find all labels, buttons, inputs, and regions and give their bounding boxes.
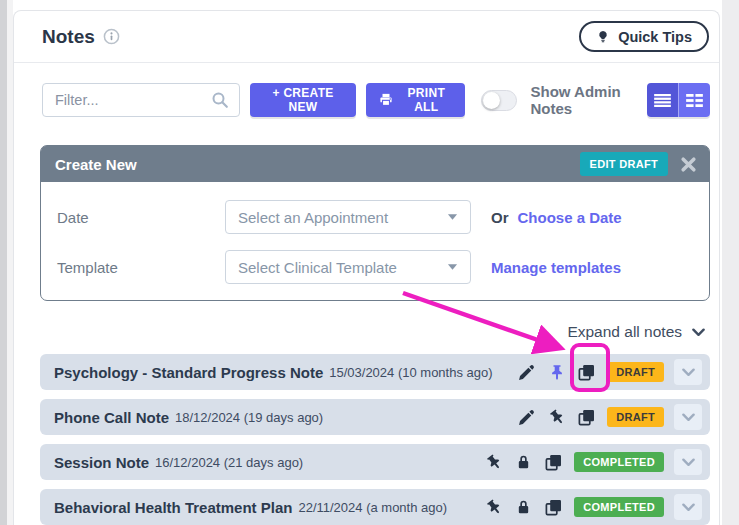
note-actions	[485, 454, 562, 471]
pin-icon[interactable]	[548, 364, 565, 381]
edit-draft-button[interactable]: EDIT DRAFT	[580, 152, 668, 176]
create-new-panel-header: Create New EDIT DRAFT	[41, 146, 709, 182]
template-row: Template Select Clinical Template Manage…	[57, 250, 695, 284]
note-date: 22/11/2024 (a month ago)	[298, 500, 447, 515]
note-title: Session Note	[54, 454, 149, 471]
chevron-down-icon	[682, 413, 695, 422]
show-admin-notes-toggle[interactable]	[481, 90, 517, 111]
status-badge: DRAFT	[607, 407, 664, 427]
note-actions	[518, 409, 595, 426]
chevron-down-icon	[682, 503, 695, 512]
status-badge: DRAFT	[607, 362, 664, 382]
note-expand-button[interactable]	[674, 404, 702, 430]
lock-icon[interactable]	[515, 499, 532, 516]
note-row[interactable]: Phone Call Note 18/12/2024 (19 days ago)…	[40, 399, 710, 435]
close-icon[interactable]	[680, 156, 697, 173]
notes-page: Notes Quick Tips + CREATE NEW PRINT ALL	[0, 0, 739, 525]
template-label: Template	[57, 259, 225, 276]
note-title: Psychology - Standard Progress Note	[54, 364, 323, 381]
pin-icon[interactable]	[485, 499, 502, 516]
template-select-value: Select Clinical Template	[238, 259, 397, 276]
status-badge: COMPLETED	[574, 497, 664, 517]
note-date: 15/03/2024 (10 months ago)	[329, 365, 492, 380]
lock-icon[interactable]	[515, 454, 532, 471]
print-all-label: PRINT ALL	[400, 86, 452, 114]
note-expand-button[interactable]	[674, 449, 702, 475]
caret-down-icon	[447, 263, 458, 271]
note-actions	[518, 364, 595, 381]
note-row[interactable]: Psychology - Standard Progress Note 15/0…	[40, 354, 710, 390]
note-actions	[485, 499, 562, 516]
note-date: 16/12/2024 (21 days ago)	[155, 455, 303, 470]
list-view-icon	[654, 94, 671, 107]
note-row[interactable]: Behavioral Health Treatment Plan 22/11/2…	[40, 489, 710, 525]
appointment-select[interactable]: Select an Appointment	[225, 200, 471, 234]
show-admin-notes-label: Show Admin Notes	[530, 83, 646, 117]
notes-card: Notes Quick Tips + CREATE NEW PRINT ALL	[13, 10, 720, 525]
note-list: Psychology - Standard Progress Note 15/0…	[40, 354, 710, 525]
choose-a-date-link[interactable]: Choose a Date	[518, 209, 622, 226]
note-row[interactable]: Session Note 16/12/2024 (21 days ago) CO…	[40, 444, 710, 480]
quick-tips-button[interactable]: Quick Tips	[579, 21, 709, 52]
copy-icon[interactable]	[545, 499, 562, 516]
search-icon	[211, 91, 229, 109]
date-alternative: Or Choose a Date	[491, 209, 622, 226]
create-new-button[interactable]: + CREATE NEW	[250, 83, 356, 117]
filter-input[interactable]	[55, 92, 211, 108]
left-edge-strip	[0, 0, 7, 525]
view-toggle-group	[647, 83, 710, 117]
chevron-down-icon	[692, 328, 705, 337]
create-new-panel: Create New EDIT DRAFT Date Select an App…	[40, 145, 710, 301]
card-header: Notes Quick Tips	[14, 11, 719, 63]
pin-icon[interactable]	[548, 409, 565, 426]
info-icon[interactable]	[103, 28, 120, 45]
note-date: 18/12/2024 (19 days ago)	[175, 410, 323, 425]
caret-down-icon	[447, 213, 458, 221]
template-select[interactable]: Select Clinical Template	[225, 250, 471, 284]
chevron-down-icon	[682, 458, 695, 467]
note-expand-button[interactable]	[674, 359, 702, 385]
toggle-knob	[483, 92, 500, 109]
appointment-select-value: Select an Appointment	[238, 209, 388, 226]
copy-icon[interactable]	[578, 364, 595, 381]
list-view-button[interactable]	[647, 83, 679, 117]
edit-icon[interactable]	[518, 409, 535, 426]
expand-all-notes[interactable]: Expand all notes	[14, 323, 719, 341]
printer-icon	[379, 93, 393, 107]
copy-icon[interactable]	[545, 454, 562, 471]
toolbar: + CREATE NEW PRINT ALL Show Admin Notes	[14, 83, 719, 117]
template-links: Manage templates	[491, 259, 621, 276]
create-new-panel-body: Date Select an Appointment Or Choose a D…	[41, 182, 709, 300]
edit-icon[interactable]	[518, 364, 535, 381]
quick-tips-label: Quick Tips	[618, 29, 692, 45]
page-title: Notes	[42, 26, 95, 48]
manage-templates-link[interactable]: Manage templates	[491, 259, 621, 276]
pin-icon[interactable]	[485, 454, 502, 471]
status-badge: COMPLETED	[574, 452, 664, 472]
print-all-button[interactable]: PRINT ALL	[366, 83, 465, 117]
lightbulb-icon	[596, 30, 610, 44]
create-new-label: + CREATE NEW	[263, 86, 343, 114]
right-edge-strip	[722, 0, 739, 525]
chevron-down-icon	[682, 368, 695, 377]
grid-view-icon	[686, 94, 703, 107]
grid-view-button[interactable]	[678, 83, 710, 117]
note-expand-button[interactable]	[674, 494, 702, 520]
note-title: Phone Call Note	[54, 409, 169, 426]
copy-icon[interactable]	[578, 409, 595, 426]
expand-all-label: Expand all notes	[567, 323, 682, 341]
panel-title: Create New	[55, 156, 580, 173]
or-label: Or	[491, 209, 509, 226]
filter-box	[42, 83, 240, 117]
note-title: Behavioral Health Treatment Plan	[54, 499, 292, 516]
date-label: Date	[57, 209, 225, 226]
date-row: Date Select an Appointment Or Choose a D…	[57, 200, 695, 234]
